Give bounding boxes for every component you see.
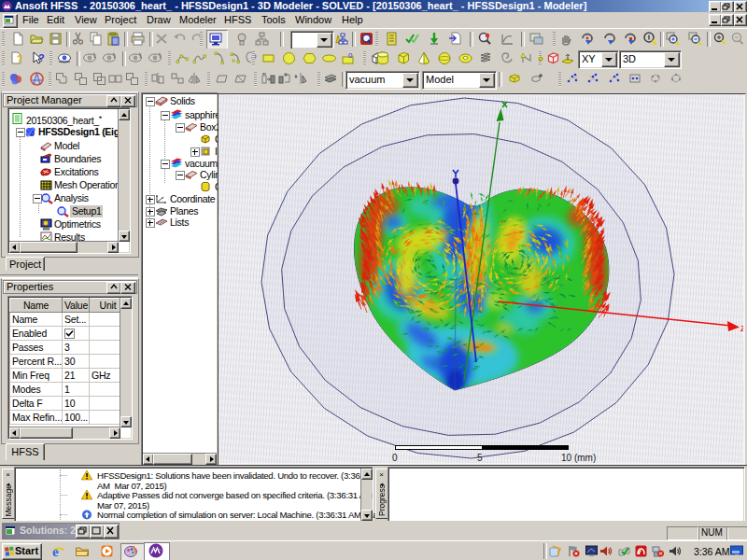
svg-text:0: 0 [348,51,353,60]
svg-text:0: 0 [392,453,398,463]
svg-text:5: 5 [477,453,483,463]
svg-text:z: z [740,323,743,333]
svg-text:?: ? [17,54,22,64]
svg-text:e: e [52,545,59,557]
svg-text:?: ? [38,52,45,63]
svg-text:10 (mm): 10 (mm) [561,453,596,463]
